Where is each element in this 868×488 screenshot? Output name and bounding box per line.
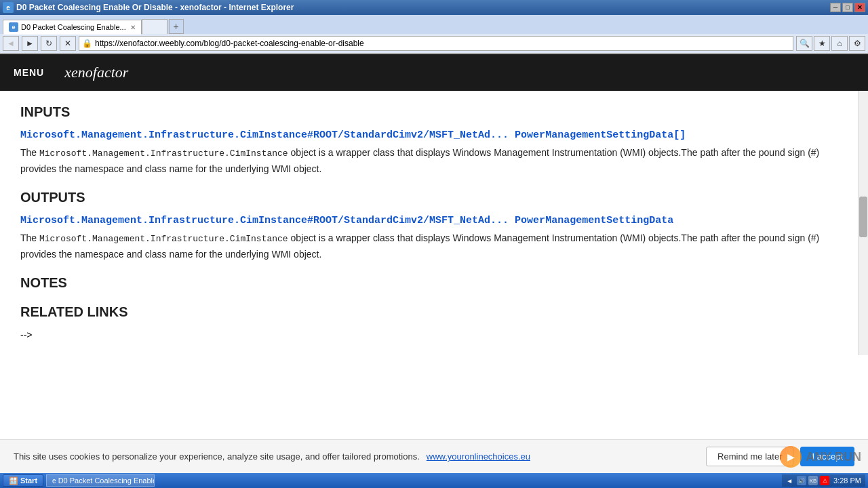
title-bar-controls: ─ □ ✕ (830, 3, 865, 12)
minimize-button[interactable]: ─ (830, 3, 841, 12)
address-bar-container: 🔒 (79, 36, 793, 51)
title-bar: e D0 Packet Coalescing Enable Or Disable… (0, 0, 868, 15)
cookie-bar: This site uses cookies to personalize yo… (0, 439, 868, 473)
taskbar-item-favicon-0: e (52, 477, 56, 485)
taskbar-tray: ◄ 🔊 KB ⚠ 3:28 PM (782, 474, 865, 487)
taskbar-item-label-0: D0 Packet Coalescing Enable... (58, 476, 155, 485)
inputs-desc-prefix: The (20, 147, 39, 158)
tab-bar: e D0 Packet Coalescing Enable... ✕ + (0, 15, 868, 34)
menu-button[interactable]: MENU (14, 67, 44, 78)
tab-favicon-0: e (9, 22, 18, 32)
tab-title-1 (148, 23, 161, 31)
cookie-text: This site uses cookies to personalize yo… (14, 451, 420, 462)
address-input[interactable] (95, 39, 790, 48)
site-logo: xenofactor (64, 64, 128, 81)
inputs-code: Microsoft.Management.Infrastructure.CimI… (39, 148, 288, 159)
related-heading: RELATED LINKS (20, 304, 848, 320)
related-arrow: --> (20, 329, 33, 340)
ie-icon: e (3, 2, 14, 13)
page-content: INPUTS Microsoft.Management.Infrastructu… (0, 91, 868, 355)
start-label: Start (20, 476, 37, 485)
tray-icon-1: KB (808, 476, 818, 485)
search-button[interactable]: 🔍 (796, 36, 812, 51)
outputs-desc-prefix: The (20, 232, 39, 243)
tab-close-0[interactable]: ✕ (130, 24, 136, 31)
tray-icon-2: ⚠ (820, 476, 829, 485)
cookie-link[interactable]: www.youronlinechoices.eu (427, 451, 530, 462)
taskbar-time: 3:28 PM (833, 476, 861, 485)
outputs-section: OUTPUTS Microsoft.Management.Infrastruct… (20, 190, 848, 262)
notes-section: NOTES (20, 275, 848, 291)
restore-button[interactable]: □ (842, 3, 853, 12)
outputs-heading: OUTPUTS (20, 190, 848, 205)
page-area: INPUTS Microsoft.Management.Infrastructu… (0, 91, 868, 355)
home-button[interactable]: ⌂ (831, 36, 848, 51)
taskbar-item-0[interactable]: e D0 Packet Coalescing Enable... (46, 474, 155, 487)
back-button[interactable]: ◄ (3, 36, 19, 51)
browser-chrome: e D0 Packet Coalescing Enable... ✕ + ◄ ►… (0, 15, 868, 54)
scrollbar[interactable] (859, 91, 868, 355)
related-section: RELATED LINKS --> (20, 304, 848, 340)
scrollbar-thumb[interactable] (859, 197, 867, 237)
tab-title-0: D0 Packet Coalescing Enable... (21, 23, 126, 31)
inputs-section: INPUTS Microsoft.Management.Infrastructu… (20, 104, 848, 176)
show-hidden-arrow[interactable]: ◄ (786, 477, 793, 485)
notes-heading: NOTES (20, 275, 848, 291)
close-button[interactable]: ✕ (854, 3, 865, 12)
inputs-description: The Microsoft.Management.Infrastructure.… (20, 145, 848, 176)
site-header: MENU xenofactor (0, 54, 868, 91)
start-orb: 🪟 (9, 476, 18, 485)
outputs-code: Microsoft.Management.Infrastructure.CimI… (39, 234, 288, 244)
nav-bar: ◄ ► ↻ ✕ 🔒 🔍 ★ ⌂ ⚙ (0, 34, 868, 54)
forward-button[interactable]: ► (22, 36, 38, 51)
taskbar: 🪟 Start e D0 Packet Coalescing Enable...… (0, 473, 868, 488)
outputs-description: The Microsoft.Management.Infrastructure.… (20, 230, 848, 262)
stop-button[interactable]: ✕ (60, 36, 76, 51)
taskbar-items: e D0 Packet Coalescing Enable... (46, 474, 779, 487)
inputs-type-link[interactable]: Microsoft.Management.Infrastructure.CimI… (20, 129, 848, 141)
favorites-button[interactable]: ★ (814, 36, 830, 51)
tray-icon-0: 🔊 (797, 476, 806, 485)
refresh-button[interactable]: ↻ (41, 36, 57, 51)
tools-button[interactable]: ⚙ (849, 36, 865, 51)
nav-right-buttons: 🔍 ★ ⌂ ⚙ (796, 36, 865, 51)
tab-0[interactable]: e D0 Packet Coalescing Enable... ✕ (3, 20, 142, 35)
inputs-heading: INPUTS (20, 104, 848, 120)
window-title: D0 Packet Coalescing Enable Or Disable -… (16, 3, 294, 12)
new-tab-button[interactable]: + (169, 19, 184, 34)
start-button[interactable]: 🪟 Start (3, 474, 43, 487)
address-lock-icon: 🔒 (82, 39, 92, 48)
tab-1[interactable] (142, 19, 167, 34)
title-bar-left: e D0 Packet Coalescing Enable Or Disable… (3, 2, 294, 13)
tray-icons: 🔊 KB ⚠ (797, 476, 829, 485)
outputs-type-link[interactable]: Microsoft.Management.Infrastructure.CimI… (20, 215, 848, 226)
